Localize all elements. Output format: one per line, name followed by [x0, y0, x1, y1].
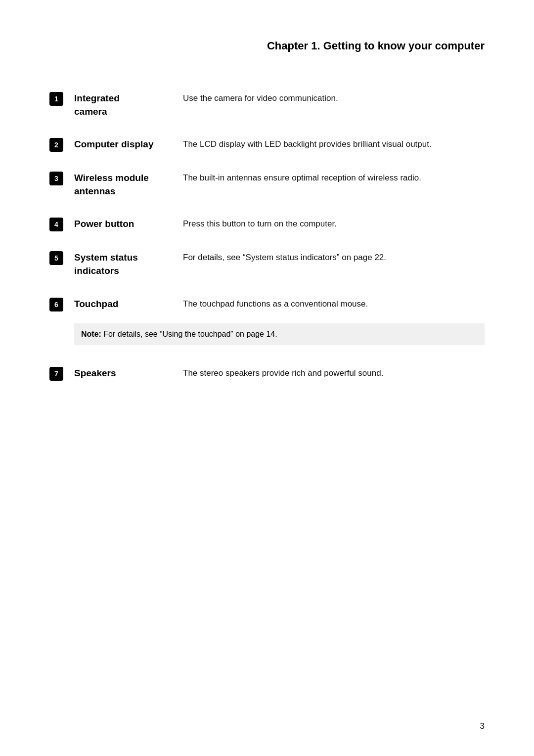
note-text: For details, see “Using the touchpad” on… — [101, 330, 277, 338]
desc-cell-4: Press this button to turn on the compute… — [183, 213, 485, 236]
row-spacer — [49, 203, 485, 213]
table-row: 4 Power button Press this button to turn… — [49, 213, 485, 236]
table-row: 7 Speakers The stereo speakers provide r… — [49, 362, 485, 386]
term-6: Touchpad — [74, 299, 118, 309]
badge-cell-4: 4 — [49, 213, 74, 236]
badge-cell-1: 1 — [49, 87, 74, 123]
note-box: Note: For details, see “Using the touchp… — [74, 323, 485, 345]
badge-4: 4 — [49, 218, 63, 231]
term-1: Integrated camera — [74, 93, 120, 117]
term-cell-4: Power button — [74, 213, 183, 236]
term-cell-5: System status indicators — [74, 246, 183, 282]
desc-cell-1: Use the camera for video communication. — [183, 87, 485, 123]
badge-cell-5: 5 — [49, 246, 74, 282]
badge-6: 6 — [49, 298, 63, 311]
badge-cell-3: 3 — [49, 167, 74, 203]
page-container: Chapter 1. Getting to know your computer… — [0, 0, 534, 756]
term-5: System status indicators — [74, 252, 138, 276]
desc-cell-6: The touchpad functions as a conventional… — [183, 293, 485, 316]
badge-1: 1 — [49, 92, 63, 106]
table-row: 1 Integrated camera Use the camera for v… — [49, 87, 485, 123]
desc-cell-3: The built-in antennas ensure optimal rec… — [183, 167, 485, 203]
note-cell: Note: For details, see “Using the touchp… — [74, 316, 485, 352]
row-spacer — [49, 236, 485, 246]
badge-cell-7: 7 — [49, 362, 74, 386]
desc-cell-2: The LCD display with LED backlight provi… — [183, 133, 485, 157]
badge-cell-2: 2 — [49, 133, 74, 157]
term-cell-3: Wireless module antennas — [74, 167, 183, 203]
term-cell-6: Touchpad — [74, 293, 183, 316]
term-2: Computer display — [74, 139, 153, 149]
badge-cell-6: 6 — [49, 293, 74, 316]
row-spacer — [49, 157, 485, 167]
row-spacer — [49, 352, 485, 362]
table-row: 3 Wireless module antennas The built-in … — [49, 167, 485, 203]
page-number: 3 — [480, 721, 485, 731]
term-cell-1: Integrated camera — [74, 87, 183, 123]
badge-5: 5 — [49, 251, 63, 265]
term-4: Power button — [74, 219, 134, 229]
table-row: 2 Computer display The LCD display with … — [49, 133, 485, 157]
term-7: Speakers — [74, 368, 116, 378]
badge-2: 2 — [49, 138, 63, 152]
desc-cell-5: For details, see “System status indicato… — [183, 246, 485, 282]
chapter-title: Chapter 1. Getting to know your computer — [49, 40, 485, 57]
row-spacer — [49, 283, 485, 293]
note-label: Note: — [81, 330, 101, 338]
row-spacer — [49, 123, 485, 133]
table-row: 6 Touchpad The touchpad functions as a c… — [49, 293, 485, 316]
note-row: Note: For details, see “Using the touchp… — [49, 316, 485, 352]
desc-cell-7: The stereo speakers provide rich and pow… — [183, 362, 485, 386]
content-table: 1 Integrated camera Use the camera for v… — [49, 87, 485, 386]
badge-7: 7 — [49, 367, 63, 381]
table-row: 5 System status indicators For details, … — [49, 246, 485, 282]
term-cell-7: Speakers — [74, 362, 183, 386]
note-badge-empty — [49, 316, 74, 352]
term-3: Wireless module antennas — [74, 173, 149, 196]
term-cell-2: Computer display — [74, 133, 183, 157]
badge-3: 3 — [49, 172, 63, 185]
